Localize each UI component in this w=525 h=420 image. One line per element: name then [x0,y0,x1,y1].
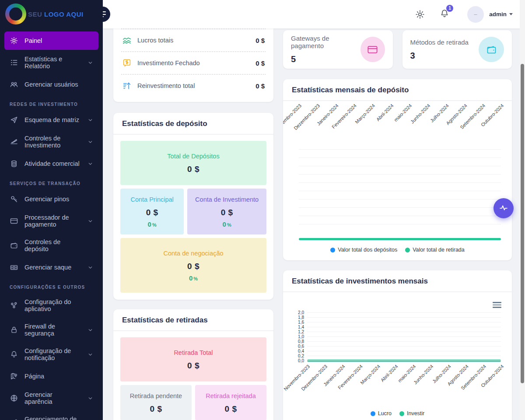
panel-value: 0 $ [125,404,187,414]
chart-legend: Lucro Investir [283,404,512,420]
gridline [299,158,501,158]
page-scrollbar[interactable] [520,0,525,420]
globe-icon [10,394,18,402]
sidebar-section-header: SERVIÇOS DE TRANSAÇÃO [4,174,98,189]
sidebar-item-pagina[interactable]: Página [4,367,98,385]
activity-fab-button[interactable] [494,198,514,218]
panel-label: Conta de Investimento [192,196,262,203]
logo-link[interactable]: SEU LOGO AQUI [0,0,103,29]
user-menu[interactable]: admin [489,11,513,18]
scrollbar-thumb[interactable] [521,64,524,383]
sidebar-item-controles-de-investimento[interactable]: Controles de Investimento [4,130,98,154]
panel-percent: 0% [125,274,262,282]
sidebar-item-gerenciar-usuarios[interactable]: Gerenciar usuários [4,75,98,94]
stat-label: Lucros totais [137,37,173,44]
pen-icon [10,418,18,420]
sidebar-item-gerenciar-saque[interactable]: Gerenciar saque [4,258,98,276]
sidebar-item-label: Processador de pagamento [24,214,81,228]
cash-icon [10,263,18,272]
legend-dot [330,248,335,252]
user-name: admin [489,11,507,18]
legend-item-investir[interactable]: Investir [399,410,424,416]
gridline: 1,0 [307,336,501,337]
legend-label: Lucro [378,410,392,416]
sidebar-item-gerenciamento-de-contatos[interactable]: Gerenciamento de contatos [4,411,98,420]
panel-label: Retirada rejeitada [200,392,262,399]
panel-label: Conta de negociação [125,250,262,257]
settings-button[interactable] [415,9,425,20]
summary-row: Gateways de pagamento 5 Métodos de retir… [283,28,512,69]
panel-value: 0 $ [192,208,262,217]
chart-gridlines [299,149,501,232]
gridline: 0,6 [307,346,501,346]
legend-item-valor-total-de-retirada[interactable]: Valor total de retirada [405,247,465,253]
chevron-down-icon [88,161,93,167]
wallet-icon [479,37,504,62]
total-deposits-panel: Total de Depósitos 0 $ [120,141,266,185]
sidebar-item-label: Configuração de notificação [24,347,81,361]
sidebar-item-label: Gerenciamento de contatos [24,416,81,420]
sidebar-item-configuracao-do-aplicativo[interactable]: Configuração do aplicativo [4,294,98,317]
totals-card: Lucros totais 0 $ Investimento Fechado 0… [113,28,273,102]
investment-monthly-chart-card: Estatísticas de investimentos mensais 2,… [283,270,512,420]
users-icon [10,80,18,89]
summary-value: 3 [410,51,469,61]
summary-label: Métodos de retirada [410,38,469,46]
logo-text: SEU LOGO AQUI [28,10,84,18]
deposit-stats-card: Estatísticas de depósito Total de Depósi… [113,113,273,300]
gridline: 0,0 [307,360,501,361]
sidebar-item-atividade-comercial[interactable]: Atividade comercial [4,154,98,173]
list-icon [10,58,18,67]
dollar-icon [122,58,132,68]
x-axis-labels: Novembro-2023Dezembro-2023Janeiro-2024Fe… [299,101,501,143]
lock-icon [10,326,18,334]
gridline [299,174,501,175]
x-axis-label: Abril-2024 [380,364,399,383]
panel-value: 0 $ [200,404,262,414]
sidebar-item-estatisticas-e-relatorio[interactable]: Estatísticas e Relatório [4,51,98,74]
gridline: 0,8 [307,341,501,342]
wallet-icon [10,241,18,250]
nodes-icon [10,301,18,310]
card-icon [360,37,385,62]
summary-value: 5 [291,54,360,64]
series-line [299,238,501,240]
panel-value: 0 $ [125,262,262,271]
legend-item-valor-total-dos-depositos[interactable]: Valor total dos depósitos [330,247,397,253]
legend-label: Investir [407,410,424,416]
sidebar-item-firewall-de-seguranca[interactable]: Firewall de segurança [4,318,98,342]
sidebar-item-controles-de-deposito[interactable]: Controles de depósito [4,234,98,257]
gridline [299,149,501,150]
legend-item-lucro[interactable]: Lucro [371,410,392,416]
gridline [299,199,501,200]
chart-menu-icon[interactable] [493,302,501,308]
sidebar-item-configuracao-de-notificacao[interactable]: Configuração de notificação [4,343,98,366]
gridline: 0,4 [307,351,501,351]
x-axis-label: Abril-2024 [375,103,395,122]
panel-percent: 0% [125,220,179,228]
sidebar-item-gerenciar-aparencia[interactable]: Gerenciar aparência [4,386,98,410]
panel-value: 0 $ [125,164,262,174]
sidebar-item-esquema-de-matriz[interactable]: Esquema de matriz [4,111,98,129]
sidebar-item-gerenciar-pinos[interactable]: Gerenciar pinos [4,190,98,208]
avatar[interactable]: – [467,6,484,23]
sidebar-item-processador-de-pagamento[interactable]: Processador de pagamento [4,209,98,233]
gridline: 2,0 [307,312,501,313]
panel-value: 0 $ [125,208,179,217]
gridline: 1,8 [307,317,501,318]
stat-value: 0 $ [256,82,265,90]
y-axis-tick: 0,2 [298,354,304,358]
chevron-down-icon [88,327,93,333]
stat-label: Investimento Fechado [137,60,200,66]
card-icon [10,217,18,225]
sidebar: SEU LOGO AQUI Painel Estatísticas e Rela… [0,0,103,420]
notification-badge: 1 [446,5,453,12]
plane-icon [10,137,18,146]
sidebar-item-label: Página [24,373,44,380]
summary-label: Gateways de pagamento [291,35,360,49]
main-account-panel: Conta Principal 0 $ 0% [120,189,184,234]
panel-label: Total de Depósitos [125,153,262,160]
summary-card-gateways-de-pagamento: Gateways de pagamento 5 [283,30,393,69]
topbar: 1 – admin [103,0,525,28]
sidebar-item-painel[interactable]: Painel [4,32,98,50]
